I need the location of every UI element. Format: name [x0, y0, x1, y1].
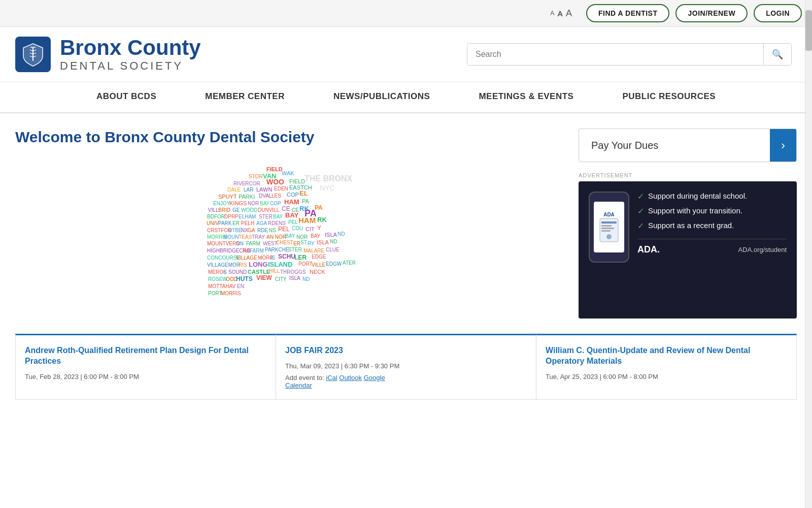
find-dentist-button[interactable]: FIND A DENTIST [586, 4, 669, 22]
ada-url: ADA.org/student [738, 246, 787, 253]
svg-text:RIVERCOR: RIVERCOR [233, 181, 260, 186]
svg-rect-127 [601, 225, 612, 227]
svg-text:DTBE: DTBE [228, 228, 242, 233]
svg-text:LAR: LAR [244, 187, 253, 193]
svg-text:PARKI: PARKI [239, 194, 255, 200]
svg-text:WAK: WAK [282, 170, 294, 176]
event-title-1[interactable]: JOB FAIR 2023 [285, 345, 527, 356]
pay-dues-label: Pay Your Dues [579, 131, 770, 161]
svg-text:FIELD: FIELD [266, 166, 283, 172]
svg-text:CITY: CITY [275, 276, 287, 282]
svg-rect-129 [601, 230, 611, 232]
ada-brand: ADA. [637, 244, 660, 255]
svg-text:NOR: NOR [248, 201, 259, 206]
svg-text:EDGE: EDGE [312, 254, 326, 260]
svg-text:STER: STER [259, 214, 273, 219]
svg-text:VIEW: VIEW [256, 274, 272, 281]
svg-text:HAM: HAM [298, 216, 316, 225]
svg-text:BAY: BAY [273, 214, 283, 219]
content-left: Welcome to Bronx County Dental Society F… [15, 129, 563, 319]
scrollbar-thumb[interactable] [805, 10, 812, 51]
ad-box: ADA ✓ Support during [579, 181, 797, 319]
svg-text:WEST: WEST [263, 241, 278, 246]
svg-text:FARM: FARM [250, 248, 264, 253]
svg-text:ER: ER [232, 220, 240, 226]
svg-text:EL: EL [299, 189, 308, 197]
ad-phone-graphic: ADA [589, 192, 629, 263]
pay-dues-arrow-btn[interactable]: › [770, 129, 796, 162]
font-medium-btn[interactable]: A [557, 9, 563, 18]
font-small-btn[interactable]: A [550, 10, 554, 17]
ad-phone-screen: ADA [594, 202, 624, 252]
scrollbar[interactable] [805, 0, 812, 508]
svg-text:EDGW: EDGW [326, 261, 342, 267]
events-row: Andrew Roth-Qualified Retirement Plan De… [15, 334, 797, 400]
event-card-2: William C. Quentin-Update and Review of … [536, 334, 797, 400]
svg-text:DUNVILL: DUNVILL [258, 207, 280, 213]
svg-text:PEL: PEL [288, 219, 298, 225]
nav-member-center[interactable]: MEMBER CENTER [181, 82, 309, 112]
svg-text:UNIV: UNIV [207, 220, 219, 226]
nav-news[interactable]: NEWS/PUBLICATIONS [309, 82, 454, 112]
svg-text:LAWN: LAWN [256, 186, 272, 193]
event-title-0[interactable]: Andrew Roth-Qualified Retirement Plan De… [25, 345, 266, 367]
svg-text:DALE: DALE [227, 187, 241, 193]
org-subtitle: DENTAL SOCIETY [60, 59, 201, 73]
join-renew-button[interactable]: JOIN/RENEW [675, 4, 748, 22]
calendar-link[interactable]: Calendar [285, 382, 312, 389]
check-icon-3: ✓ [637, 221, 644, 231]
svg-text:Y: Y [317, 225, 321, 232]
svg-rect-128 [601, 228, 614, 229]
svg-text:CIT: CIT [306, 226, 315, 232]
svg-text:ER: ER [293, 241, 300, 246]
svg-text:LES: LES [272, 193, 281, 199]
svg-text:ISLAND: ISLAND [268, 261, 292, 268]
svg-text:ND: ND [330, 239, 337, 244]
nav-meetings[interactable]: MEETINGS & EVENTS [454, 82, 598, 112]
font-large-btn[interactable]: A [566, 8, 572, 19]
event-title-2[interactable]: William C. Quentin-Update and Review of … [546, 345, 787, 367]
svg-text:ROSEW: ROSEW [208, 276, 227, 282]
svg-text:SOUND: SOUND [228, 269, 247, 275]
svg-point-130 [606, 234, 612, 239]
event-card-0: Andrew Roth-Qualified Retirement Plan De… [15, 334, 276, 400]
svg-text:STER: STER [288, 247, 302, 252]
svg-text:ENJOY: ENJOY [213, 201, 230, 206]
search-button[interactable]: 🔍 [763, 44, 791, 65]
svg-text:MOUN: MOUN [223, 234, 239, 240]
nav-public-resources[interactable]: PUBLIC RESOURCES [598, 82, 740, 112]
event-card-1: JOB FAIR 2023 Thu, Mar 09, 2023 | 6:30 P… [276, 334, 536, 400]
svg-text:IS: IS [270, 255, 276, 261]
outlook-link[interactable]: Outlook [339, 374, 362, 382]
svg-text:HUTS: HUTS [236, 275, 253, 282]
svg-text:RK: RK [317, 216, 327, 224]
svg-text:WOO: WOO [266, 178, 284, 186]
search-input[interactable] [467, 44, 763, 65]
svg-text:CHEST: CHEST [276, 240, 293, 245]
nav-bar: ABOUT BCDS MEMBER CENTER NEWS/PUBLICATIO… [0, 82, 812, 113]
svg-text:VILL: VILL [208, 207, 219, 213]
check-icon-2: ✓ [637, 206, 644, 216]
svg-text:PA: PA [302, 198, 310, 204]
ical-link[interactable]: iCal [326, 374, 337, 382]
login-button[interactable]: LOGIN [754, 4, 802, 22]
svg-text:EDEN: EDEN [274, 186, 288, 192]
svg-text:LONG: LONG [249, 261, 268, 268]
svg-text:BRID: BRID [218, 207, 230, 213]
svg-text:DPRP: DPRP [224, 214, 239, 219]
svg-text:COP: COP [287, 192, 299, 198]
logo-area: Bronx County DENTAL SOCIETY [15, 36, 201, 73]
search-icon: 🔍 [772, 49, 783, 59]
nav-about[interactable]: ABOUT BCDS [72, 82, 181, 112]
svg-text:ON: ON [236, 241, 244, 246]
shield-svg [20, 42, 46, 67]
svg-text:RIS: RIS [239, 262, 247, 268]
main-content: Welcome to Bronx County Dental Society F… [0, 113, 812, 319]
svg-text:BAY: BAY [285, 211, 299, 219]
ad-check-item-2: ✓ Support with your transition. [637, 206, 787, 216]
svg-text:RIS: RIS [232, 291, 241, 296]
svg-text:HILL: HILL [269, 268, 280, 274]
svg-text:ELHAM: ELHAM [239, 214, 256, 219]
ad-text-area: ✓ Support during dental school. ✓ Suppor… [637, 192, 787, 255]
google-link[interactable]: Google [364, 374, 385, 382]
